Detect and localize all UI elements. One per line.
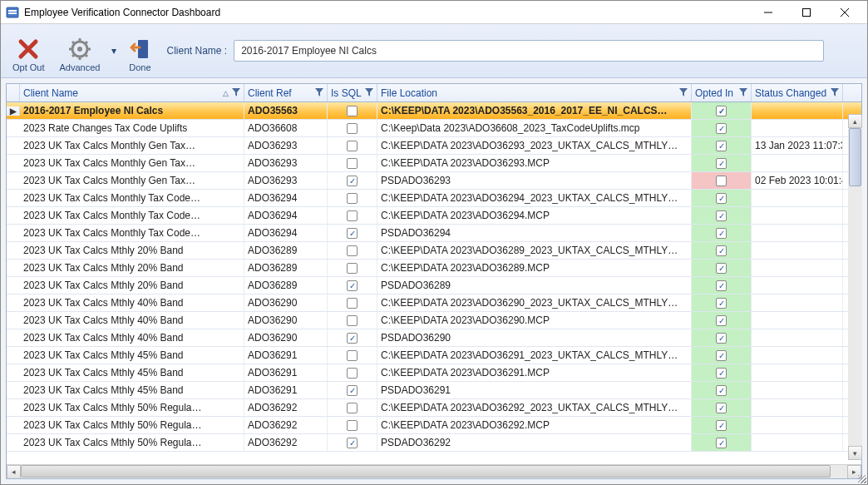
table-row[interactable]: 2023 UK Tax Calcs Monthly Gen Tax…ADO362… bbox=[7, 155, 861, 172]
cell-is-sql[interactable] bbox=[328, 347, 377, 364]
cell-is-sql[interactable] bbox=[328, 190, 377, 206]
horizontal-scrollbar[interactable]: ◂ ▸ bbox=[7, 464, 861, 478]
cell-opted-in[interactable]: ✓ bbox=[692, 155, 752, 171]
cell-client-name: 2023 UK Tax Calcs Mthly 40% Band bbox=[20, 294, 244, 311]
done-button[interactable]: Done bbox=[121, 27, 158, 74]
cell-is-sql[interactable] bbox=[328, 242, 377, 259]
client-name-input[interactable] bbox=[234, 40, 824, 62]
col-client-ref[interactable]: Client Ref bbox=[244, 84, 328, 101]
vertical-scrollbar[interactable]: ▴ ▾ bbox=[848, 114, 862, 460]
cell-is-sql[interactable] bbox=[328, 207, 377, 224]
svg-rect-1 bbox=[8, 10, 17, 12]
col-is-sql[interactable]: Is SQL bbox=[328, 84, 377, 101]
table-row[interactable]: 2023 UK Tax Calcs Monthly Tax Code…ADO36… bbox=[7, 190, 861, 207]
table-row[interactable]: 2023 UK Tax Calcs Mthly 40% BandADO36290… bbox=[7, 312, 861, 329]
table-row[interactable]: 2023 Rate Changes Tax Code UpliftsADO366… bbox=[7, 120, 861, 137]
cell-opted-in[interactable]: ✓ bbox=[692, 399, 752, 416]
filter-icon[interactable] bbox=[365, 87, 373, 99]
table-row[interactable]: 2023 UK Tax Calcs Monthly Gen Tax…ADO362… bbox=[7, 137, 861, 155]
table-row[interactable]: 2023 UK Tax Calcs Monthly Tax Code…ADO36… bbox=[7, 225, 861, 242]
table-row[interactable]: 2023 UK Tax Calcs Mthly 45% BandADO36291… bbox=[7, 347, 861, 364]
cell-is-sql[interactable]: ✓ bbox=[328, 382, 377, 398]
table-row[interactable]: 2023 UK Tax Calcs Monthly Gen Tax…ADO362… bbox=[7, 172, 861, 190]
cell-is-sql[interactable]: ✓ bbox=[328, 225, 377, 241]
table-row[interactable]: 2023 UK Tax Calcs Mthly 50% Regula…ADO36… bbox=[7, 417, 861, 434]
filter-icon[interactable] bbox=[232, 87, 240, 99]
filter-icon[interactable] bbox=[679, 87, 688, 99]
titlebar[interactable]: Employee Verification Connector Dashboar… bbox=[1, 1, 867, 24]
cell-is-sql[interactable] bbox=[328, 155, 377, 171]
cell-opted-in[interactable]: ✓ bbox=[692, 225, 752, 241]
scroll-left-button[interactable]: ◂ bbox=[7, 465, 21, 479]
cell-is-sql[interactable] bbox=[328, 102, 377, 119]
table-row[interactable]: 2023 UK Tax Calcs Mthly 50% Regula…ADO36… bbox=[7, 399, 861, 417]
cell-opted-in[interactable]: ✓ bbox=[692, 434, 752, 451]
cell-opted-in[interactable]: ✓ bbox=[692, 329, 752, 346]
table-row[interactable]: 2023 UK Tax Calcs Monthly Tax Code…ADO36… bbox=[7, 207, 861, 225]
vscroll-thumb[interactable] bbox=[849, 128, 861, 186]
cell-opted-in[interactable]: ✓ bbox=[692, 137, 752, 154]
hscroll-thumb[interactable] bbox=[21, 465, 831, 478]
cell-opted-in[interactable]: ✓ bbox=[692, 347, 752, 364]
table-row[interactable]: 2023 UK Tax Calcs Mthly 20% BandADO36289… bbox=[7, 277, 861, 294]
cell-opted-in[interactable]: ✓ bbox=[692, 364, 752, 381]
filter-icon[interactable] bbox=[315, 87, 323, 99]
cell-opted-in[interactable]: ✓ bbox=[692, 260, 752, 276]
scroll-up-button[interactable]: ▴ bbox=[848, 114, 862, 128]
cell-client-ref: ADO36293 bbox=[244, 155, 328, 171]
scroll-down-button[interactable]: ▾ bbox=[848, 446, 862, 460]
col-file-location[interactable]: File Location bbox=[377, 84, 692, 101]
cell-is-sql[interactable] bbox=[328, 260, 377, 276]
table-row[interactable]: ▶2016-2017 Employee NI CalcsADO35563C:\K… bbox=[7, 102, 861, 120]
table-row[interactable]: 2023 UK Tax Calcs Mthly 40% BandADO36290… bbox=[7, 294, 861, 312]
cell-is-sql[interactable] bbox=[328, 294, 377, 311]
cell-status-changed: 02 Feb 2023 10:01:4 bbox=[752, 172, 843, 189]
minimize-button[interactable] bbox=[749, 1, 787, 24]
cell-opted-in[interactable]: ✓ bbox=[692, 294, 752, 311]
col-client-name[interactable]: Client Name△ bbox=[20, 84, 244, 101]
grid-header: Client Name△ Client Ref Is SQL File Loca… bbox=[7, 84, 861, 102]
cell-is-sql[interactable] bbox=[328, 399, 377, 416]
advanced-dropdown[interactable]: ▾ bbox=[108, 27, 120, 74]
cell-is-sql[interactable]: ✓ bbox=[328, 172, 377, 189]
cell-is-sql[interactable] bbox=[328, 137, 377, 154]
cell-is-sql[interactable] bbox=[328, 364, 377, 381]
cell-opted-in[interactable]: ✓ bbox=[692, 382, 752, 398]
cell-opted-in[interactable] bbox=[692, 172, 752, 189]
cell-is-sql[interactable] bbox=[328, 417, 377, 433]
table-row[interactable]: 2023 UK Tax Calcs Mthly 20% BandADO36289… bbox=[7, 260, 861, 277]
close-button[interactable] bbox=[826, 1, 864, 24]
cell-client-ref: ADO36289 bbox=[244, 277, 328, 294]
table-row[interactable]: 2023 UK Tax Calcs Mthly 40% BandADO36290… bbox=[7, 329, 861, 347]
cell-status-changed bbox=[752, 347, 843, 364]
cell-is-sql[interactable] bbox=[328, 312, 377, 329]
cell-opted-in[interactable]: ✓ bbox=[692, 207, 752, 224]
col-status-changed[interactable]: Status Changed bbox=[752, 84, 843, 101]
hscroll-track[interactable] bbox=[21, 465, 847, 479]
cell-opted-in[interactable]: ✓ bbox=[692, 417, 752, 433]
table-row[interactable]: 2023 UK Tax Calcs Mthly 45% BandADO36291… bbox=[7, 382, 861, 399]
cell-opted-in[interactable]: ✓ bbox=[692, 120, 752, 136]
cell-opted-in[interactable]: ✓ bbox=[692, 277, 752, 294]
cell-client-ref: ADO36292 bbox=[244, 434, 328, 451]
opt-out-button[interactable]: Opt Out bbox=[6, 27, 52, 74]
filter-icon[interactable] bbox=[739, 87, 747, 99]
resize-grip[interactable] bbox=[856, 473, 867, 484]
cell-is-sql[interactable]: ✓ bbox=[328, 329, 377, 346]
cell-opted-in[interactable]: ✓ bbox=[692, 190, 752, 206]
cell-is-sql[interactable]: ✓ bbox=[328, 434, 377, 451]
grid-body[interactable]: ▶2016-2017 Employee NI CalcsADO35563C:\K… bbox=[7, 102, 861, 464]
vscroll-track[interactable] bbox=[848, 128, 862, 446]
cell-opted-in[interactable]: ✓ bbox=[692, 102, 752, 119]
cell-opted-in[interactable]: ✓ bbox=[692, 242, 752, 259]
cell-is-sql[interactable] bbox=[328, 120, 377, 136]
table-row[interactable]: 2023 UK Tax Calcs Mthly 45% BandADO36291… bbox=[7, 364, 861, 382]
col-opted-in[interactable]: Opted In bbox=[692, 84, 752, 101]
advanced-button[interactable]: Advanced bbox=[53, 27, 107, 74]
table-row[interactable]: 2023 UK Tax Calcs Mthly 50% Regula…ADO36… bbox=[7, 434, 861, 452]
maximize-button[interactable] bbox=[787, 1, 826, 24]
cell-is-sql[interactable]: ✓ bbox=[328, 277, 377, 294]
table-row[interactable]: 2023 UK Tax Calcs Mthly 20% BandADO36289… bbox=[7, 242, 861, 260]
cell-opted-in[interactable]: ✓ bbox=[692, 312, 752, 329]
filter-icon[interactable] bbox=[831, 87, 839, 99]
